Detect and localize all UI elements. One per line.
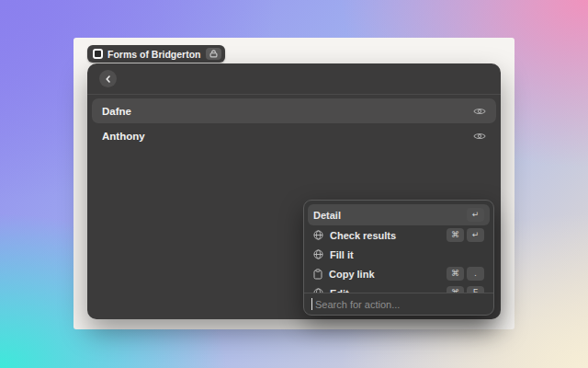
action-item-label: Check results [330, 230, 440, 241]
text-caret [311, 298, 312, 310]
action-item-label: Detail [313, 210, 460, 221]
screenshot-card: Forms of Bridgerton [74, 38, 514, 329]
return-key-badge: ↵ [467, 208, 484, 222]
desktop-background: Forms of Bridgerton [0, 0, 588, 368]
action-item-fill-it[interactable]: Fill it [308, 245, 490, 264]
list-item-dafne[interactable]: Dafne [92, 98, 496, 123]
action-menu: Detail ↵ Check results [303, 200, 494, 316]
back-button[interactable] [99, 70, 117, 87]
list-item-anthony[interactable]: Anthony [92, 123, 496, 148]
main-panel: Dafne Anthony [87, 63, 501, 319]
action-item-check-results[interactable]: Check results ⌘ ↵ [308, 225, 490, 245]
period-key-badge: . [467, 267, 484, 281]
action-item-copy-link[interactable]: Copy link ⌘ . [308, 264, 490, 283]
action-item-label: Fill it [330, 249, 484, 260]
action-item-detail[interactable]: Detail ↵ [308, 204, 490, 225]
eye-icon [473, 107, 486, 116]
list-item-label: Dafne [102, 106, 131, 117]
clipboard-icon [313, 269, 322, 280]
action-search-bar [304, 293, 493, 315]
chevron-left-icon [105, 75, 112, 83]
list-item-label: Anthony [102, 131, 145, 142]
app-tag-label: Forms of Bridgerton [107, 49, 201, 60]
e-key-badge: E [467, 286, 484, 293]
eye-icon [473, 132, 486, 141]
cmd-key-badge: ⌘ [447, 228, 464, 242]
action-item-edit[interactable]: Edit ⌘ E [308, 283, 490, 293]
globe-icon [313, 249, 323, 259]
panel-header [87, 63, 501, 94]
form-app-icon [93, 49, 103, 59]
app-tag[interactable]: Forms of Bridgerton [87, 45, 225, 63]
action-menu-items: Detail ↵ Check results [304, 201, 493, 293]
cmd-key-badge: ⌘ [447, 286, 464, 293]
action-search-input[interactable] [313, 299, 486, 310]
action-item-label: Copy link [329, 269, 440, 280]
return-key-badge: ↵ [467, 228, 484, 242]
lock-icon [206, 48, 221, 60]
cmd-key-badge: ⌘ [447, 267, 464, 281]
globe-icon [313, 230, 323, 240]
results-list: Dafne Anthony [87, 95, 501, 148]
